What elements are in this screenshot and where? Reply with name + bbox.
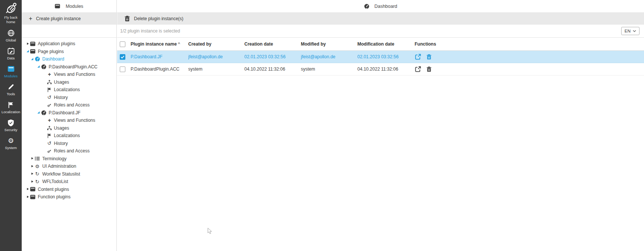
table-row[interactable]: P.Dashboard.JF jfeist@apollon.de 02.01.2… [117, 51, 644, 63]
sitemap-icon [47, 80, 52, 85]
cell-plugin-instance-name: P.DashboardPlugin.ACC [131, 66, 188, 72]
tree-item-usages[interactable]: Usages [22, 124, 116, 132]
trash-icon [124, 15, 130, 22]
language-selector[interactable]: EN [621, 27, 640, 35]
caret-collapsed-icon[interactable] [31, 157, 34, 160]
delete-plugin-icon[interactable] [426, 66, 432, 72]
caret-expanded-icon[interactable] [37, 65, 41, 68]
panel-title: Modules [65, 4, 83, 9]
panel-header: Modules [22, 0, 116, 12]
table-header-row: Plugin instance name^ Created by Creatio… [117, 38, 644, 51]
fly-back-home-button[interactable]: Fly back home [2, 0, 19, 24]
caret-expanded-icon[interactable] [26, 50, 30, 53]
delete-plugin-icon[interactable] [426, 54, 432, 60]
export-plugin-icon[interactable] [415, 66, 421, 72]
caret-collapsed-icon[interactable] [26, 42, 30, 46]
sort-ascending-icon: ^ [178, 41, 180, 47]
tree-item-pdashboardplugin-acc[interactable]: P.DashboardPlugin.ACC [22, 63, 116, 71]
tree-item-label: History [54, 141, 68, 146]
cell-modified-by: system [301, 66, 357, 72]
tree-item-label: UI Administration [42, 164, 76, 169]
tree-item-label: Localizations [54, 133, 80, 138]
tree-item-label: WFLTodoList [42, 179, 68, 184]
cell-created-by: system [188, 66, 244, 72]
tree-item-label: Views and Functions [54, 118, 95, 123]
column-header-creation-date[interactable]: Creation date [244, 41, 301, 47]
cycle-icon: ↻ [34, 179, 40, 184]
tree-item-views-and-functions[interactable]: + Views and Functions [22, 117, 116, 124]
cell-created-by: jfeist@apollon.de [188, 54, 244, 59]
tree-item-localizations[interactable]: Localizations [22, 132, 116, 140]
tree-item-label: Roles and Access [54, 102, 89, 108]
cell-creation-date: 04.10.2022 11:32:06 [244, 66, 301, 72]
tree-item-label: Usages [54, 80, 69, 85]
flag-icon [8, 101, 14, 109]
list-icon [34, 156, 40, 161]
panel-spacer [22, 25, 116, 38]
tree-item-label: Workflow Statuslist [42, 171, 80, 177]
column-header-plugin-instance-name[interactable]: Plugin instance name^ [131, 41, 188, 47]
tree-item-function-plugins[interactable]: Function plugins [22, 193, 116, 201]
tree-item-roles-and-access[interactable]: Roles and Access [22, 147, 116, 155]
row-checkbox-checked[interactable] [120, 54, 125, 60]
tree-item-workflow-statuslist[interactable]: ↻ Workflow Statuslist [22, 170, 116, 178]
tree-item-history[interactable]: ↺ History [22, 140, 116, 148]
sidebar-item-modules[interactable]: Modules [0, 65, 22, 78]
tree-item-application-plugins[interactable]: Application plugins [22, 40, 116, 48]
tree-item-terminology[interactable]: Terminology [22, 155, 116, 163]
sidebar-item-security[interactable]: Security [0, 119, 22, 132]
tree-item-ui-administration[interactable]: ⚙ UI Administration [22, 162, 116, 170]
cell-modification-date: 02.01.2023 03:32:56 [357, 54, 415, 59]
caret-expanded-icon[interactable] [31, 58, 34, 61]
sidebar-item-data[interactable]: Data [0, 47, 22, 60]
modules-tree-panel: Modules + Create plugin instance Applica… [22, 0, 117, 251]
caret-collapsed-icon[interactable] [26, 188, 30, 191]
tree-item-usages[interactable]: Usages [22, 78, 116, 86]
main-header: Dashboard [117, 0, 644, 12]
tree-item-roles-and-access[interactable]: Roles and Access [22, 101, 116, 109]
tree-item-label: Function plugins [38, 194, 70, 199]
select-all-checkbox[interactable] [120, 41, 125, 47]
folder-window-icon [30, 187, 36, 192]
caret-collapsed-icon[interactable] [31, 165, 34, 168]
tree-item-views-and-functions[interactable]: + Views and Functions [22, 71, 116, 78]
cell-modification-date: 04.10.2022 11:32:06 [357, 66, 415, 72]
tree-item-content-plugins[interactable]: Content plugins [22, 186, 116, 193]
delete-plugin-instances-button[interactable]: Delete plugin instance(s) [117, 12, 644, 25]
sidebar-item-tools[interactable]: Tools [0, 83, 22, 96]
sidebar-item-system[interactable]: ⚙ System [0, 137, 22, 150]
gauge-icon [41, 64, 46, 69]
tree-item-label: Terminology [42, 156, 67, 161]
flag-icon [47, 87, 52, 92]
column-header-created-by[interactable]: Created by [188, 41, 244, 47]
tree-item-history[interactable]: ↺ History [22, 94, 116, 102]
caret-collapsed-icon[interactable] [26, 195, 30, 199]
tree-item-page-plugins[interactable]: Page plugins [22, 48, 116, 56]
tree-item-localizations[interactable]: Localizations [22, 86, 116, 94]
main-content: Dashboard Delete plugin instance(s) 1/2 … [117, 0, 644, 251]
caret-expanded-icon[interactable] [37, 111, 41, 114]
sidebar-item-label: System [5, 146, 17, 150]
sidebar-item-label: Global [6, 38, 16, 42]
sidebar-item-localization[interactable]: Localization [0, 101, 22, 114]
gauge-icon [41, 110, 46, 115]
caret-collapsed-icon[interactable] [31, 172, 34, 176]
row-checkbox-unchecked[interactable] [120, 66, 125, 72]
globe-icon [7, 30, 15, 37]
export-plugin-icon[interactable] [415, 54, 421, 60]
column-header-modification-date[interactable]: Modification date [357, 41, 415, 47]
tree-item-dashboard[interactable]: Dashboard [22, 55, 116, 63]
tree-item-label: P.DashboardPlugin.ACC [49, 64, 98, 69]
column-header-modified-by[interactable]: Modified by [301, 41, 357, 47]
sidebar-item-global[interactable]: Global [0, 30, 22, 42]
table-row[interactable]: P.DashboardPlugin.ACC system 04.10.2022 … [117, 63, 644, 75]
create-plugin-instance-button[interactable]: + Create plugin instance [22, 12, 116, 25]
tree-item-label: Content plugins [38, 187, 69, 192]
tree-item-label: Views and Functions [54, 72, 95, 77]
sidebar-item-label: Security [4, 128, 17, 132]
tree-item-wfltodolist[interactable]: ↻ WFLTodoList [22, 178, 116, 186]
caret-collapsed-icon[interactable] [31, 180, 34, 183]
sidebar-item-label: Localization [1, 110, 20, 114]
tree-item-label: P.Dashboard.JF [49, 110, 80, 115]
tree-item-pdashboard-jf[interactable]: P.Dashboard.JF [22, 109, 116, 117]
